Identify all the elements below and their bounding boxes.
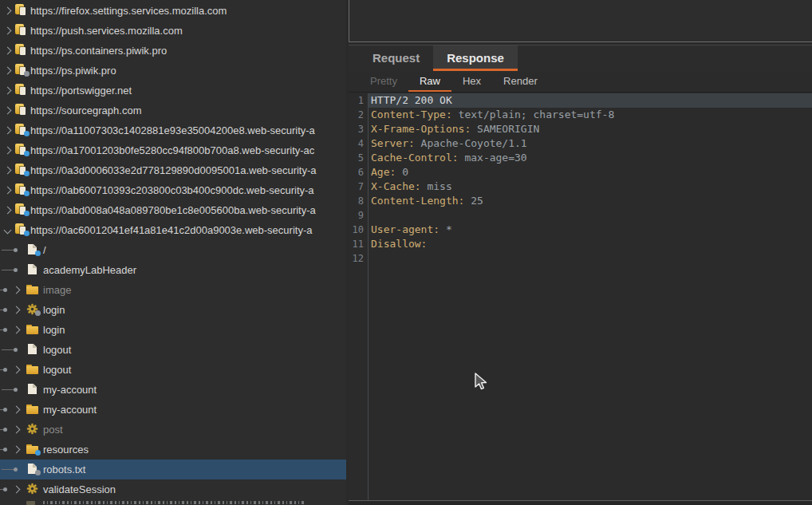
below-panel-strip	[349, 501, 812, 505]
tree-node-dot	[3, 328, 7, 332]
chevron-right-icon[interactable]	[13, 366, 21, 374]
file-icon	[26, 383, 39, 397]
gear-icon	[26, 303, 39, 317]
tree-node-dot	[3, 448, 7, 452]
tree-connector-line	[2, 270, 14, 270]
tree-row[interactable]: academyLabHeader	[0, 260, 346, 280]
segment-value: miss	[421, 180, 452, 192]
host-icon-page	[20, 27, 26, 35]
sitemap-tree-panel[interactable]: https://firefox.settings.services.mozill…	[0, 0, 346, 505]
host-icon-page	[20, 87, 26, 95]
subtab-render[interactable]: Render	[492, 71, 549, 92]
response-line-1: 1HTTP/2 200 OK	[349, 93, 812, 108]
segment-name: Content-Length:	[371, 195, 464, 207]
chevron-right-icon[interactable]	[4, 127, 12, 135]
message-editor-tabbar: Request Response	[349, 45, 812, 71]
chevron-right-icon[interactable]	[13, 326, 21, 334]
tree-row-label: https://ps.piwik.pro	[30, 61, 116, 81]
line-text: X-Cache: miss	[367, 180, 452, 194]
chevron-right-icon[interactable]	[13, 306, 21, 314]
tree-row-partial[interactable]	[0, 499, 346, 505]
tree-row-label: login	[43, 300, 65, 320]
line-text: HTTP/2 200 OK	[367, 93, 452, 108]
chevron-right-icon[interactable]	[13, 486, 21, 494]
tree-node-dot	[14, 388, 18, 392]
tree-row[interactable]: robots.txt	[0, 460, 346, 479]
tree-row[interactable]: logout	[0, 340, 346, 360]
chevron-right-icon[interactable]	[4, 167, 12, 175]
sitemap-table-empty-area[interactable]	[349, 0, 812, 42]
segment-name: Server:	[371, 137, 415, 149]
tree-row[interactable]: my-account	[0, 400, 346, 420]
chevron-right-icon[interactable]	[4, 207, 12, 215]
gray-dot-badge	[24, 71, 30, 77]
tree-row[interactable]: https://ps.containers.piwik.pro	[0, 41, 346, 61]
segment-name: Cache-Control:	[371, 152, 459, 164]
tree-row-label: academyLabHeader	[43, 260, 136, 280]
chevron-right-icon[interactable]	[4, 107, 12, 115]
tree-row[interactable]: login	[0, 320, 346, 340]
tree-row-label: resources	[43, 440, 89, 460]
chevron-right-icon[interactable]	[13, 286, 21, 294]
chevron-right-icon[interactable]	[4, 67, 12, 75]
tree-row[interactable]: https://firefox.settings.services.mozill…	[0, 1, 346, 21]
chevron-right-icon[interactable]	[4, 147, 12, 155]
response-line-3: 3X-Frame-Options: SAMEORIGIN	[349, 122, 812, 136]
folder-icon	[26, 363, 39, 377]
tree-row[interactable]: https://0ac60012041ef41a81e41c2d00a9003e…	[0, 220, 346, 240]
tree-row[interactable]: https://sourcegraph.com	[0, 101, 346, 120]
chevron-right-icon[interactable]	[13, 406, 21, 414]
tree-row[interactable]: my-account	[0, 380, 346, 400]
tree-row[interactable]: validateSession	[0, 479, 346, 499]
segment-value: max-age=30	[459, 152, 527, 164]
chevron-down-icon[interactable]	[4, 227, 12, 235]
tree-row[interactable]: logout	[0, 360, 346, 380]
subtab-pretty[interactable]: Pretty	[359, 71, 408, 92]
chevron-right-icon[interactable]	[4, 7, 12, 15]
host-icon	[15, 144, 28, 157]
tree-node-dot	[14, 468, 18, 471]
blue-dot-badge	[35, 450, 41, 456]
host-icon	[15, 24, 28, 37]
blue-dot-badge	[24, 131, 30, 136]
chevron-right-icon[interactable]	[4, 27, 12, 35]
clipped-text	[43, 501, 306, 504]
tab-request[interactable]: Request	[359, 45, 433, 71]
line-number: 9	[349, 208, 367, 223]
line-number: 10	[349, 223, 367, 237]
tree-row[interactable]: post	[0, 420, 346, 440]
line-text: X-Frame-Options: SAMEORIGIN	[367, 122, 539, 136]
segment-value: SAMEORIGIN	[471, 123, 539, 135]
line-number: 3	[349, 122, 367, 136]
response-raw-editor[interactable]: 1HTTP/2 200 OK2Content-Type: text/plain;…	[349, 93, 812, 500]
tree-row[interactable]: https://0a17001203b0fe5280cc94f800b700a8…	[0, 140, 346, 160]
response-line-11: 11Disallow:	[349, 237, 812, 251]
tree-row[interactable]: https://ps.piwik.pro	[0, 61, 346, 81]
response-line-6: 6Age: 0	[349, 165, 812, 180]
tree-row[interactable]: https://0a3d0006033e2d778129890d0095001a…	[0, 160, 346, 180]
subtab-hex[interactable]: Hex	[451, 71, 492, 92]
gray-dot-badge	[35, 470, 41, 475]
tree-row[interactable]: resources	[0, 440, 346, 460]
chevron-right-icon[interactable]	[4, 87, 12, 95]
line-number: 7	[349, 180, 367, 194]
tree-row[interactable]: https://portswigger.net	[0, 81, 346, 101]
tree-row[interactable]: login	[0, 300, 346, 320]
tree-row[interactable]: /	[0, 240, 346, 260]
host-icon	[15, 223, 28, 237]
subtab-raw[interactable]: Raw	[408, 71, 451, 92]
tree-row[interactable]: https://0abd008a048a089780be1c8e005600ba…	[0, 200, 346, 220]
tree-row[interactable]: https://push.services.mozilla.com	[0, 21, 346, 41]
chevron-right-icon[interactable]	[4, 47, 12, 55]
tree-node-dot	[3, 408, 7, 412]
chevron-right-icon[interactable]	[13, 426, 21, 434]
tree-row[interactable]: https://0a11007303c1402881e93e35004200e8…	[0, 120, 346, 140]
blue-dot-badge	[24, 171, 30, 176]
tree-row[interactable]: image	[0, 280, 346, 300]
tab-response[interactable]: Response	[433, 45, 518, 71]
tree-row[interactable]: https://0ab600710393c203800c03b400c900dc…	[0, 180, 346, 200]
mouse-cursor-icon	[473, 373, 491, 392]
chevron-right-icon[interactable]	[13, 446, 21, 454]
blue-dot-badge	[24, 211, 30, 216]
chevron-right-icon[interactable]	[4, 187, 12, 195]
